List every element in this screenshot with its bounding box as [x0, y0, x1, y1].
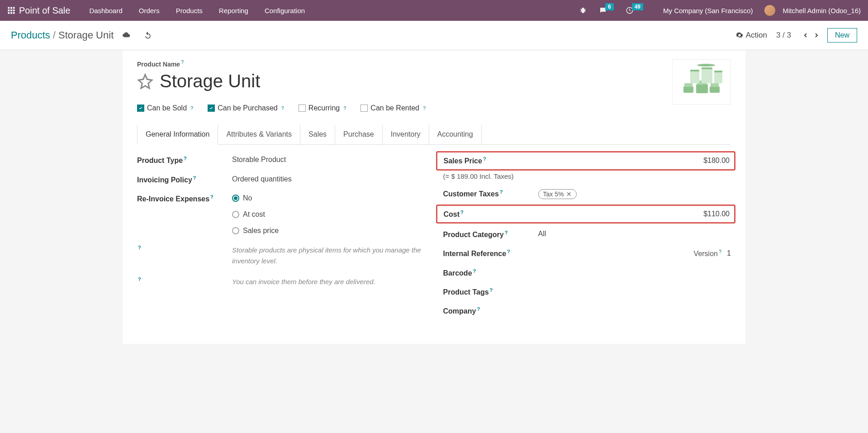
- help-icon[interactable]: ?: [210, 194, 213, 200]
- svg-rect-5: [13, 10, 15, 11]
- activities-badge: 49: [632, 3, 643, 10]
- messages-button[interactable]: 6: [599, 6, 614, 14]
- check-icon: [138, 106, 143, 110]
- apps-icon[interactable]: [7, 6, 15, 14]
- checkbox-can-be-rented[interactable]: Can be Rented?: [360, 104, 426, 112]
- checkbox-can-be-purchased[interactable]: Can be Purchased?: [208, 104, 284, 112]
- gear-icon: [736, 32, 743, 39]
- breadcrumb-current: Storage Unit: [58, 29, 114, 41]
- svg-rect-18: [702, 68, 712, 83]
- nav-dashboard[interactable]: Dashboard: [83, 4, 128, 17]
- tab-purchase[interactable]: Purchase: [335, 125, 383, 144]
- save-cloud-icon[interactable]: [122, 31, 131, 40]
- help-icon[interactable]: ?: [423, 105, 426, 111]
- svg-rect-1: [10, 7, 12, 9]
- incl-taxes: (= $ 189.00 Incl. Taxes): [443, 172, 731, 180]
- invoicing-policy-value[interactable]: Ordered quantities: [232, 175, 425, 183]
- tabs: General Information Attributes & Variant…: [137, 125, 731, 145]
- help-icon[interactable]: ?: [505, 230, 508, 235]
- help-icon[interactable]: ?: [184, 156, 187, 161]
- brand-title[interactable]: Point of Sale: [19, 5, 70, 16]
- cost-value[interactable]: $110.00: [703, 210, 730, 218]
- check-icon: [209, 106, 213, 110]
- product-image[interactable]: [672, 59, 731, 105]
- svg-point-22: [697, 64, 715, 67]
- svg-rect-11: [684, 83, 693, 87]
- radio-sales-price[interactable]: Sales price: [232, 227, 425, 235]
- help-icon[interactable]: ?: [483, 156, 486, 162]
- left-column: Product Type? Storable Product Invoicing…: [137, 156, 425, 325]
- svg-rect-12: [696, 84, 708, 93]
- internal-ref-label: Internal Reference: [443, 250, 507, 258]
- barcode-label: Barcode: [443, 269, 472, 277]
- tags-label: Product Tags: [443, 288, 489, 296]
- version-label: Version: [694, 250, 718, 258]
- activities-button[interactable]: 49: [626, 6, 643, 14]
- action-label: Action: [746, 31, 767, 40]
- help-icon[interactable]: ?: [343, 105, 346, 111]
- help-icon[interactable]: ?: [507, 249, 510, 254]
- product-name-input[interactable]: Storage Unit: [160, 71, 260, 91]
- discard-icon[interactable]: [143, 31, 152, 40]
- favorite-star-icon[interactable]: [137, 73, 153, 90]
- svg-rect-20: [714, 71, 722, 83]
- help-icon[interactable]: ?: [190, 105, 193, 111]
- tab-attributes-variants[interactable]: Attributes & Variants: [218, 125, 300, 144]
- help-icon[interactable]: ?: [281, 105, 284, 111]
- product-type-label: Product Type: [137, 157, 183, 165]
- help-icon[interactable]: ?: [490, 287, 493, 293]
- pager[interactable]: 3 / 3: [776, 31, 791, 40]
- help-icon[interactable]: ?: [181, 59, 184, 65]
- next-icon[interactable]: [813, 32, 820, 39]
- help-text-storable: Storable products are physical items for…: [232, 245, 425, 266]
- help-icon[interactable]: ?: [138, 245, 141, 250]
- reinvoice-label: Re-Invoice Expenses: [137, 195, 209, 203]
- tab-sales[interactable]: Sales: [300, 125, 335, 144]
- radio-at-cost[interactable]: At cost: [232, 210, 425, 219]
- help-icon[interactable]: ?: [477, 306, 480, 312]
- new-button[interactable]: New: [827, 28, 857, 43]
- sales-price-value[interactable]: $180.00: [703, 157, 730, 165]
- category-value[interactable]: All: [538, 230, 731, 238]
- svg-rect-21: [714, 71, 722, 72]
- nav-orders[interactable]: Orders: [133, 4, 166, 17]
- top-navbar: Point of Sale Dashboard Orders Products …: [0, 0, 868, 21]
- bug-icon[interactable]: [579, 6, 587, 14]
- product-type-value[interactable]: Storable Product: [232, 156, 425, 164]
- help-icon[interactable]: ?: [193, 175, 196, 181]
- radio-no[interactable]: No: [232, 194, 425, 202]
- help-icon[interactable]: ?: [460, 209, 464, 215]
- help-icon[interactable]: ?: [500, 189, 503, 195]
- messages-badge: 6: [605, 3, 614, 10]
- svg-rect-6: [8, 12, 10, 14]
- nav-reporting[interactable]: Reporting: [213, 4, 255, 17]
- user-menu[interactable]: Mitchell Admin (Odoo_16): [783, 7, 861, 14]
- svg-rect-7: [10, 12, 12, 14]
- version-value[interactable]: 1: [727, 249, 731, 257]
- checkbox-recurring[interactable]: Recurring?: [299, 104, 346, 112]
- customer-taxes-label: Customer Taxes: [443, 190, 499, 198]
- help-icon[interactable]: ?: [473, 268, 476, 274]
- remove-tax-icon[interactable]: ✕: [566, 190, 572, 198]
- help-icon[interactable]: ?: [719, 249, 721, 254]
- tax-chip[interactable]: Tax 5%✕: [538, 189, 577, 199]
- svg-rect-19: [702, 67, 712, 69]
- tab-inventory[interactable]: Inventory: [383, 125, 429, 144]
- nav-configuration[interactable]: Configuration: [258, 4, 311, 17]
- svg-rect-0: [8, 7, 10, 9]
- svg-rect-16: [690, 71, 699, 83]
- company-switcher[interactable]: My Company (San Francisco): [663, 7, 753, 14]
- company-label: Company: [443, 308, 476, 315]
- checkbox-can-be-sold[interactable]: Can be Sold?: [137, 104, 193, 112]
- tab-general-information[interactable]: General Information: [137, 125, 218, 145]
- svg-rect-4: [10, 10, 12, 11]
- nav-products[interactable]: Products: [170, 4, 209, 17]
- tab-accounting[interactable]: Accounting: [429, 125, 482, 144]
- breadcrumb-root[interactable]: Products: [11, 29, 50, 41]
- prev-icon[interactable]: [802, 32, 809, 39]
- svg-rect-2: [13, 7, 15, 9]
- action-menu[interactable]: Action: [736, 31, 767, 40]
- right-column: Sales Price? $180.00 (= $ 189.00 Incl. T…: [443, 156, 731, 325]
- help-text-invoice: You can invoice them before they are del…: [232, 276, 425, 287]
- help-icon[interactable]: ?: [138, 276, 141, 282]
